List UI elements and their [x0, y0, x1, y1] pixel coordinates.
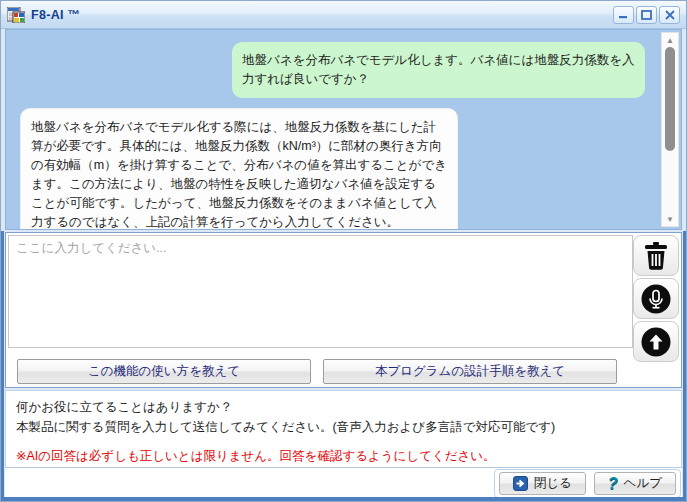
close-button[interactable]: 閉じる: [499, 472, 586, 495]
window-controls: [613, 6, 680, 24]
chat-history-panel: 地盤バネを分布バネでモデル化します。バネ値には地盤反力係数を入力すれば良いですか…: [5, 29, 682, 230]
scroll-down-icon[interactable]: ▼: [662, 213, 678, 225]
scrollbar-thumb[interactable]: [665, 47, 675, 151]
message-list: 地盤バネを分布バネでモデル化します。バネ値には地盤反力係数を入力すれば良いですか…: [6, 30, 659, 229]
ai-disclaimer-text: ※AIの回答は必ずしも正しいとは限りません。回答を確認するようにしてください。: [16, 446, 671, 466]
minimize-icon[interactable]: [613, 6, 634, 24]
chat-input[interactable]: [8, 235, 633, 348]
suggestion-how-to-use[interactable]: この機能の使い方を教えて: [17, 359, 311, 384]
assistant-message-bubble: 地盤バネを分布バネでモデル化する際には、地盤反力係数を基にした計算が必要です。具…: [20, 108, 458, 230]
arrow-up-icon: [641, 327, 671, 357]
titlebar: F8-AI ™: [1, 1, 686, 29]
voice-input-button[interactable]: [633, 278, 679, 319]
arrow-right-icon: [513, 476, 528, 491]
footer-line2: 本製品に関する質問を入力して送信してみてください。(音声入力および多言語で対応可…: [16, 417, 671, 437]
window-frame-left: [1, 231, 4, 501]
window-frame-right: [683, 231, 686, 501]
user-message-bubble: 地盤バネを分布バネでモデル化します。バネ値には地盤反力係数を入力すれば良いですか…: [232, 42, 645, 98]
footer-panel: 何かお役に立てることはありますか？ 本製品に関する質問を入力して送信してみてくだ…: [5, 390, 682, 468]
suggestion-design-procedure[interactable]: 本プログラムの設計手順を教えて: [323, 359, 617, 384]
scroll-up-icon[interactable]: ▲: [662, 34, 678, 46]
f8-ai-dialog: F8-AI ™ 地盤バネを分布バネでモデル化します。バネ値には地盤反力係数を入力…: [0, 0, 687, 502]
maximize-icon[interactable]: [636, 6, 657, 24]
input-action-buttons: [633, 235, 679, 362]
microphone-icon: [641, 284, 671, 314]
window-title: F8-AI ™: [31, 8, 80, 22]
trash-icon: [643, 242, 669, 270]
send-message-button[interactable]: [633, 321, 679, 362]
window-frame-bottom: [1, 497, 686, 501]
close-button-label: 閉じる: [534, 475, 572, 492]
footer-line1: 何かお役に立てることはありますか？: [16, 397, 671, 417]
clear-chat-button[interactable]: [633, 235, 679, 276]
suggestion-row: この機能の使い方を教えて 本プログラムの設計手順を教えて: [17, 359, 617, 384]
close-x-icon[interactable]: [659, 6, 680, 24]
bottom-bar: 閉じる ? ヘルプ: [5, 468, 682, 499]
help-button[interactable]: ? ヘルプ: [594, 472, 676, 495]
chat-scrollbar[interactable]: ▲ ▼: [661, 32, 679, 227]
dialog-button-group: 閉じる ? ヘルプ: [494, 469, 681, 498]
help-button-label: ヘルプ: [624, 475, 662, 492]
question-mark-icon: ?: [608, 475, 618, 493]
input-panel: この機能の使い方を教えて 本プログラムの設計手順を教えて: [5, 232, 682, 388]
app-icon: [7, 7, 25, 23]
